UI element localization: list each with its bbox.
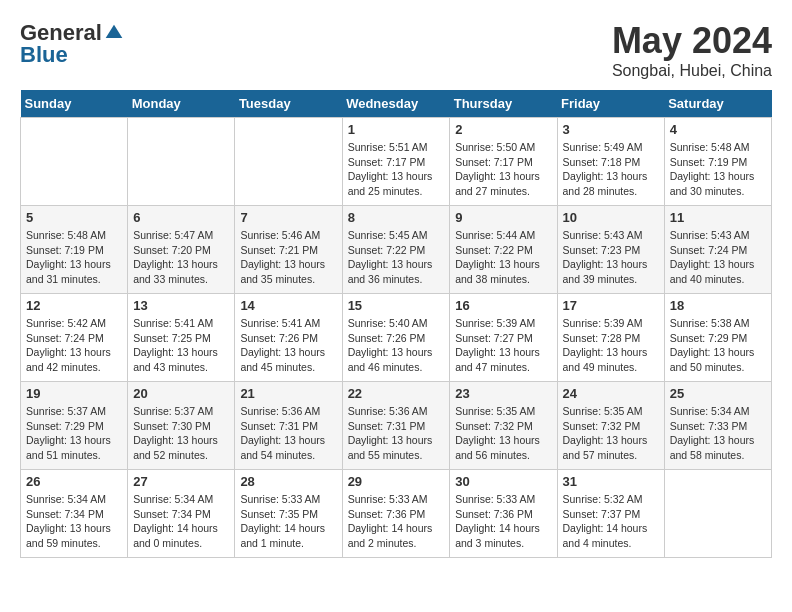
day-info: Sunrise: 5:35 AM Sunset: 7:32 PM Dayligh… bbox=[563, 404, 659, 463]
day-info: Sunrise: 5:49 AM Sunset: 7:18 PM Dayligh… bbox=[563, 140, 659, 199]
week-row-5: 26Sunrise: 5:34 AM Sunset: 7:34 PM Dayli… bbox=[21, 470, 772, 558]
day-info: Sunrise: 5:48 AM Sunset: 7:19 PM Dayligh… bbox=[670, 140, 766, 199]
calendar-cell: 20Sunrise: 5:37 AM Sunset: 7:30 PM Dayli… bbox=[128, 382, 235, 470]
day-info: Sunrise: 5:45 AM Sunset: 7:22 PM Dayligh… bbox=[348, 228, 445, 287]
calendar-cell: 19Sunrise: 5:37 AM Sunset: 7:29 PM Dayli… bbox=[21, 382, 128, 470]
day-info: Sunrise: 5:33 AM Sunset: 7:35 PM Dayligh… bbox=[240, 492, 336, 551]
day-info: Sunrise: 5:36 AM Sunset: 7:31 PM Dayligh… bbox=[240, 404, 336, 463]
calendar-cell: 27Sunrise: 5:34 AM Sunset: 7:34 PM Dayli… bbox=[128, 470, 235, 558]
calendar-cell: 7Sunrise: 5:46 AM Sunset: 7:21 PM Daylig… bbox=[235, 206, 342, 294]
day-info: Sunrise: 5:41 AM Sunset: 7:26 PM Dayligh… bbox=[240, 316, 336, 375]
calendar-cell: 22Sunrise: 5:36 AM Sunset: 7:31 PM Dayli… bbox=[342, 382, 450, 470]
calendar-cell bbox=[128, 118, 235, 206]
day-info: Sunrise: 5:34 AM Sunset: 7:34 PM Dayligh… bbox=[26, 492, 122, 551]
calendar-cell: 1Sunrise: 5:51 AM Sunset: 7:17 PM Daylig… bbox=[342, 118, 450, 206]
day-info: Sunrise: 5:47 AM Sunset: 7:20 PM Dayligh… bbox=[133, 228, 229, 287]
day-header-thursday: Thursday bbox=[450, 90, 557, 118]
day-header-sunday: Sunday bbox=[21, 90, 128, 118]
logo: General Blue bbox=[20, 20, 124, 68]
day-info: Sunrise: 5:38 AM Sunset: 7:29 PM Dayligh… bbox=[670, 316, 766, 375]
calendar-cell: 16Sunrise: 5:39 AM Sunset: 7:27 PM Dayli… bbox=[450, 294, 557, 382]
calendar-cell: 13Sunrise: 5:41 AM Sunset: 7:25 PM Dayli… bbox=[128, 294, 235, 382]
day-info: Sunrise: 5:37 AM Sunset: 7:30 PM Dayligh… bbox=[133, 404, 229, 463]
day-info: Sunrise: 5:48 AM Sunset: 7:19 PM Dayligh… bbox=[26, 228, 122, 287]
day-header-wednesday: Wednesday bbox=[342, 90, 450, 118]
calendar-cell: 15Sunrise: 5:40 AM Sunset: 7:26 PM Dayli… bbox=[342, 294, 450, 382]
calendar-cell: 18Sunrise: 5:38 AM Sunset: 7:29 PM Dayli… bbox=[664, 294, 771, 382]
calendar-cell: 17Sunrise: 5:39 AM Sunset: 7:28 PM Dayli… bbox=[557, 294, 664, 382]
day-number: 2 bbox=[455, 122, 551, 137]
calendar-cell: 5Sunrise: 5:48 AM Sunset: 7:19 PM Daylig… bbox=[21, 206, 128, 294]
month-title: May 2024 bbox=[612, 20, 772, 62]
day-info: Sunrise: 5:44 AM Sunset: 7:22 PM Dayligh… bbox=[455, 228, 551, 287]
day-number: 12 bbox=[26, 298, 122, 313]
calendar-cell: 2Sunrise: 5:50 AM Sunset: 7:17 PM Daylig… bbox=[450, 118, 557, 206]
calendar-cell: 29Sunrise: 5:33 AM Sunset: 7:36 PM Dayli… bbox=[342, 470, 450, 558]
day-info: Sunrise: 5:32 AM Sunset: 7:37 PM Dayligh… bbox=[563, 492, 659, 551]
day-number: 18 bbox=[670, 298, 766, 313]
day-header-friday: Friday bbox=[557, 90, 664, 118]
day-number: 1 bbox=[348, 122, 445, 137]
calendar-table: SundayMondayTuesdayWednesdayThursdayFrid… bbox=[20, 90, 772, 558]
day-number: 24 bbox=[563, 386, 659, 401]
day-number: 29 bbox=[348, 474, 445, 489]
day-info: Sunrise: 5:33 AM Sunset: 7:36 PM Dayligh… bbox=[455, 492, 551, 551]
day-number: 15 bbox=[348, 298, 445, 313]
svg-marker-0 bbox=[106, 25, 123, 38]
day-number: 30 bbox=[455, 474, 551, 489]
calendar-cell: 31Sunrise: 5:32 AM Sunset: 7:37 PM Dayli… bbox=[557, 470, 664, 558]
day-info: Sunrise: 5:34 AM Sunset: 7:33 PM Dayligh… bbox=[670, 404, 766, 463]
day-info: Sunrise: 5:33 AM Sunset: 7:36 PM Dayligh… bbox=[348, 492, 445, 551]
day-number: 13 bbox=[133, 298, 229, 313]
header: General Blue May 2024 Songbai, Hubei, Ch… bbox=[20, 20, 772, 80]
day-info: Sunrise: 5:43 AM Sunset: 7:24 PM Dayligh… bbox=[670, 228, 766, 287]
day-info: Sunrise: 5:41 AM Sunset: 7:25 PM Dayligh… bbox=[133, 316, 229, 375]
day-info: Sunrise: 5:34 AM Sunset: 7:34 PM Dayligh… bbox=[133, 492, 229, 551]
calendar-cell bbox=[664, 470, 771, 558]
day-number: 5 bbox=[26, 210, 122, 225]
day-number: 22 bbox=[348, 386, 445, 401]
day-number: 3 bbox=[563, 122, 659, 137]
day-number: 16 bbox=[455, 298, 551, 313]
day-number: 8 bbox=[348, 210, 445, 225]
day-number: 21 bbox=[240, 386, 336, 401]
week-row-1: 1Sunrise: 5:51 AM Sunset: 7:17 PM Daylig… bbox=[21, 118, 772, 206]
day-number: 6 bbox=[133, 210, 229, 225]
day-info: Sunrise: 5:37 AM Sunset: 7:29 PM Dayligh… bbox=[26, 404, 122, 463]
title-area: May 2024 Songbai, Hubei, China bbox=[612, 20, 772, 80]
day-number: 31 bbox=[563, 474, 659, 489]
calendar-cell: 10Sunrise: 5:43 AM Sunset: 7:23 PM Dayli… bbox=[557, 206, 664, 294]
calendar-cell: 21Sunrise: 5:36 AM Sunset: 7:31 PM Dayli… bbox=[235, 382, 342, 470]
week-row-4: 19Sunrise: 5:37 AM Sunset: 7:29 PM Dayli… bbox=[21, 382, 772, 470]
calendar-cell bbox=[235, 118, 342, 206]
calendar-cell: 28Sunrise: 5:33 AM Sunset: 7:35 PM Dayli… bbox=[235, 470, 342, 558]
week-row-3: 12Sunrise: 5:42 AM Sunset: 7:24 PM Dayli… bbox=[21, 294, 772, 382]
day-info: Sunrise: 5:39 AM Sunset: 7:28 PM Dayligh… bbox=[563, 316, 659, 375]
day-info: Sunrise: 5:43 AM Sunset: 7:23 PM Dayligh… bbox=[563, 228, 659, 287]
day-info: Sunrise: 5:40 AM Sunset: 7:26 PM Dayligh… bbox=[348, 316, 445, 375]
day-info: Sunrise: 5:35 AM Sunset: 7:32 PM Dayligh… bbox=[455, 404, 551, 463]
day-info: Sunrise: 5:36 AM Sunset: 7:31 PM Dayligh… bbox=[348, 404, 445, 463]
day-info: Sunrise: 5:51 AM Sunset: 7:17 PM Dayligh… bbox=[348, 140, 445, 199]
day-number: 9 bbox=[455, 210, 551, 225]
day-number: 11 bbox=[670, 210, 766, 225]
calendar-cell: 12Sunrise: 5:42 AM Sunset: 7:24 PM Dayli… bbox=[21, 294, 128, 382]
calendar-cell: 14Sunrise: 5:41 AM Sunset: 7:26 PM Dayli… bbox=[235, 294, 342, 382]
calendar-cell: 26Sunrise: 5:34 AM Sunset: 7:34 PM Dayli… bbox=[21, 470, 128, 558]
day-info: Sunrise: 5:50 AM Sunset: 7:17 PM Dayligh… bbox=[455, 140, 551, 199]
calendar-cell: 6Sunrise: 5:47 AM Sunset: 7:20 PM Daylig… bbox=[128, 206, 235, 294]
day-number: 7 bbox=[240, 210, 336, 225]
calendar-cell: 8Sunrise: 5:45 AM Sunset: 7:22 PM Daylig… bbox=[342, 206, 450, 294]
day-header-monday: Monday bbox=[128, 90, 235, 118]
calendar-cell: 24Sunrise: 5:35 AM Sunset: 7:32 PM Dayli… bbox=[557, 382, 664, 470]
day-number: 10 bbox=[563, 210, 659, 225]
calendar-cell: 30Sunrise: 5:33 AM Sunset: 7:36 PM Dayli… bbox=[450, 470, 557, 558]
day-number: 19 bbox=[26, 386, 122, 401]
header-row: SundayMondayTuesdayWednesdayThursdayFrid… bbox=[21, 90, 772, 118]
day-number: 4 bbox=[670, 122, 766, 137]
day-number: 14 bbox=[240, 298, 336, 313]
day-number: 17 bbox=[563, 298, 659, 313]
day-info: Sunrise: 5:46 AM Sunset: 7:21 PM Dayligh… bbox=[240, 228, 336, 287]
calendar-cell bbox=[21, 118, 128, 206]
day-info: Sunrise: 5:39 AM Sunset: 7:27 PM Dayligh… bbox=[455, 316, 551, 375]
